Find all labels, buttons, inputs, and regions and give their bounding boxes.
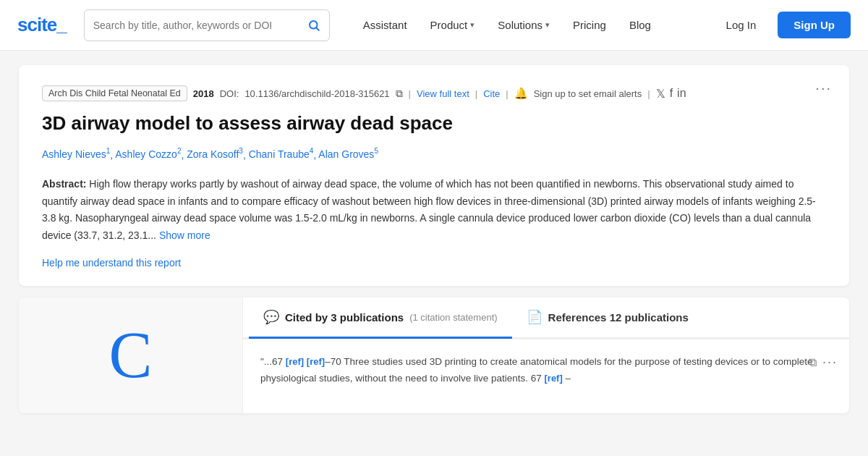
citation-actions: ⧉ ··· [809,351,838,373]
alerts-text: Sign up to set email alerts [534,88,642,99]
citations-panel: 💬 Cited by 3 publications (1 citation st… [243,297,849,413]
citation-ref[interactable]: [ref] [286,356,304,367]
article-meta: Arch Dis Child Fetal Neonatal Ed 2018 DO… [42,85,826,101]
linkedin-icon[interactable]: in [677,87,686,100]
help-link[interactable]: Help me understand this report [42,257,181,269]
doi-value: 10.1136/archdischild-2018-315621 [244,88,389,99]
search-input[interactable] [93,20,307,31]
tab-references[interactable]: 📄 References 12 publications [512,297,703,339]
navbar: scite_ Assistant Product ▾ Solutions ▾ P… [0,0,868,51]
bell-icon: 🔔 [514,87,528,100]
facebook-icon[interactable]: f [670,87,673,100]
author-2[interactable]: Ashley Cozzo2 [115,148,181,160]
article-abstract: Abstract: High flow therapy works partly… [42,176,826,245]
nav-item-pricing[interactable]: Pricing [563,13,616,37]
svg-line-1 [316,28,318,30]
references-icon: 📄 [527,309,542,325]
tab-cited-by[interactable]: 💬 Cited by 3 publications (1 citation st… [249,297,512,339]
nav-item-blog[interactable]: Blog [619,13,661,37]
chevron-down-icon: ▾ [470,20,475,30]
search-bar [84,9,330,41]
author-5[interactable]: Alan Groves5 [318,148,378,160]
author-1[interactable]: Ashley Nieves1 [42,148,110,160]
nav-item-assistant[interactable]: Assistant [353,13,417,37]
tab-cited-by-count: (1 citation statement) [409,312,497,323]
abstract-text: High flow therapy works partly by washou… [42,178,816,241]
chevron-down-icon: ▾ [545,20,550,30]
site-logo[interactable]: scite_ [17,14,67,36]
citation-visual: C [19,297,243,413]
journal-badge: Arch Dis Child Fetal Neonatal Ed [42,85,187,101]
citation-more-button[interactable]: ··· [822,351,838,373]
copy-icon[interactable]: ⧉ [396,88,403,100]
citation-ref-3[interactable]: [ref] [545,373,563,384]
main-content: ··· Arch Dis Child Fetal Neonatal Ed 201… [7,65,861,413]
bottom-section: C 💬 Cited by 3 publications (1 citation … [19,297,849,413]
cite-link[interactable]: Cite [483,88,500,99]
nav-links: Assistant Product ▾ Solutions ▾ Pricing … [353,13,696,37]
social-icons: 𝕏 f in [656,87,686,101]
loading-indicator: C [109,323,152,388]
tab-cited-by-label: Cited by 3 publications [285,311,404,324]
doi-label: DOI: [220,88,239,99]
article-title: 3D airway model to assess airway dead sp… [42,111,826,136]
signup-button[interactable]: Sign Up [778,12,851,38]
citation-ref-2[interactable]: [ref] [307,356,325,367]
nav-item-product[interactable]: Product ▾ [420,13,485,37]
citation-copy-icon[interactable]: ⧉ [809,352,817,372]
cited-by-icon: 💬 [263,309,279,325]
abstract-label: Abstract: [42,178,86,190]
search-icon [307,19,320,32]
more-options-button[interactable]: ··· [815,80,832,96]
article-authors: Ashley Nieves1, Ashley Cozzo2, Zora Koso… [42,146,826,163]
article-year: 2018 [193,88,214,99]
citations-tabs: 💬 Cited by 3 publications (1 citation st… [243,297,849,339]
citation-text: "...67 [ref] [ref]–70 Three studies used… [260,356,813,384]
login-button[interactable]: Log In [713,13,770,37]
author-3[interactable]: Zora Kosoff3 [187,148,243,160]
article-card: ··· Arch Dis Child Fetal Neonatal Ed 201… [19,65,849,286]
author-4[interactable]: Chani Traube4 [249,148,314,160]
twitter-icon[interactable]: 𝕏 [656,87,665,101]
show-more-link[interactable]: Show more [159,229,210,241]
view-full-text-link[interactable]: View full text [417,88,469,99]
citation-item: ⧉ ··· "...67 [ref] [ref]–70 Three studie… [243,339,849,402]
nav-item-solutions[interactable]: Solutions ▾ [488,13,560,37]
tab-references-label: References 12 publications [548,311,689,324]
nav-right: Log In Sign Up [713,12,851,38]
